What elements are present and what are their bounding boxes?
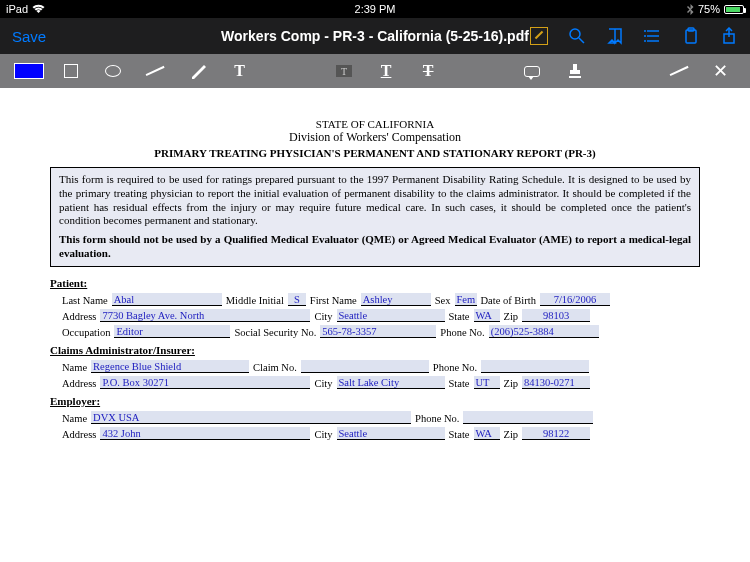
field-occupation[interactable]: Editor	[114, 325, 230, 338]
highlight-tool[interactable]: T	[324, 59, 364, 83]
label-phone: Phone No.	[433, 362, 477, 373]
section-patient: Patient:	[50, 277, 700, 289]
annotation-toolbar: T T T T ✕	[0, 54, 750, 88]
text-tool[interactable]: T	[220, 59, 260, 83]
device-label: iPad	[6, 3, 28, 15]
label-city: City	[314, 429, 332, 440]
stamp-icon	[568, 63, 582, 79]
svg-line-1	[579, 38, 584, 43]
field-sex[interactable]: Fem	[455, 293, 477, 306]
edit-icon[interactable]	[530, 27, 548, 45]
label-phone: Phone No.	[415, 413, 459, 424]
label-address: Address	[62, 429, 96, 440]
bluetooth-icon	[687, 4, 694, 15]
field-claims-address[interactable]: P.O. Box 30271	[100, 376, 310, 389]
clipboard-icon[interactable]	[682, 27, 700, 45]
patient-row-3: Occupation Editor Social Security No. 56…	[50, 325, 700, 338]
label-phone: Phone No.	[440, 327, 484, 338]
label-first-name: First Name	[310, 295, 357, 306]
save-button[interactable]: Save	[12, 28, 46, 45]
nav-bar: Save Workers Comp - PR-3 - California (5…	[0, 18, 750, 54]
field-patient-zip[interactable]: 98103	[522, 309, 590, 322]
color-picker[interactable]	[9, 59, 49, 83]
freehand-icon	[669, 66, 688, 76]
svg-rect-8	[686, 30, 696, 43]
label-sex: Sex	[435, 295, 451, 306]
strike-tool[interactable]: T	[408, 59, 448, 83]
info-warning: This form should not be used by a Qualif…	[59, 233, 691, 261]
claims-row-2: Address P.O. Box 30271 City Salt Lake Ci…	[50, 376, 700, 389]
line-icon	[146, 66, 165, 76]
line-tool[interactable]	[135, 59, 175, 83]
field-mi[interactable]: S	[288, 293, 306, 306]
field-employer-zip[interactable]: 98122	[522, 427, 590, 440]
info-box: This form is required to be used for rat…	[50, 167, 700, 267]
document-viewport[interactable]: STATE OF CALIFORNIA Division of Workers'…	[0, 88, 750, 562]
field-claims-zip[interactable]: 84130-0271	[522, 376, 590, 389]
label-city: City	[314, 378, 332, 389]
division-label: Division of Workers' Compensation	[50, 130, 700, 145]
search-icon[interactable]	[568, 27, 586, 45]
square-icon	[64, 64, 78, 78]
ellipse-tool[interactable]	[93, 59, 133, 83]
underline-icon: T	[381, 62, 392, 80]
field-claims-phone[interactable]	[481, 360, 589, 373]
label-zip: Zip	[504, 311, 519, 322]
section-employer: Employer:	[50, 395, 700, 407]
document-title: Workers Comp - PR-3 - California (5-25-1…	[221, 28, 529, 44]
label-name: Name	[62, 413, 87, 424]
field-employer-name[interactable]: DVX USA	[91, 411, 411, 424]
label-state: State	[449, 378, 470, 389]
field-patient-address[interactable]: 7730 Bagley Ave. North	[100, 309, 310, 322]
text-icon: T	[234, 62, 245, 80]
doc-header: STATE OF CALIFORNIA Division of Workers'…	[50, 118, 700, 159]
patient-row-2: Address 7730 Bagley Ave. North City Seat…	[50, 309, 700, 322]
label-state: State	[449, 429, 470, 440]
ellipse-icon	[105, 65, 121, 77]
label-state: State	[449, 311, 470, 322]
field-last-name[interactable]: Abal	[112, 293, 222, 306]
color-swatch	[14, 63, 44, 79]
field-employer-state[interactable]: WA	[474, 427, 500, 440]
label-mi: Middle Initial	[226, 295, 284, 306]
pen-icon	[190, 63, 206, 79]
field-patient-city[interactable]: Seattle	[337, 309, 445, 322]
svg-point-0	[570, 29, 580, 39]
label-dob: Date of Birth	[481, 295, 536, 306]
field-dob[interactable]: 7/16/2006	[540, 293, 610, 306]
close-toolbar[interactable]: ✕	[701, 59, 741, 83]
label-claim-no: Claim No.	[253, 362, 297, 373]
patient-row-1: Last Name Abal Middle Initial S First Na…	[50, 293, 700, 306]
outline-icon[interactable]	[644, 27, 662, 45]
stamp-tool[interactable]	[555, 59, 595, 83]
field-patient-state[interactable]: WA	[474, 309, 500, 322]
report-title: PRIMARY TREATING PHYSICIAN'S PERMANENT A…	[50, 147, 700, 159]
field-employer-city[interactable]: Seattle	[337, 427, 445, 440]
claims-row-1: Name Regence Blue Shield Claim No. Phone…	[50, 360, 700, 373]
note-tool[interactable]	[512, 59, 552, 83]
freehand-tool[interactable]	[659, 59, 699, 83]
label-last-name: Last Name	[62, 295, 108, 306]
bookmark-icon[interactable]	[606, 27, 624, 45]
pen-tool[interactable]	[178, 59, 218, 83]
field-claim-no[interactable]	[301, 360, 429, 373]
field-ssn[interactable]: 565-78-3357	[320, 325, 436, 338]
battery-percent: 75%	[698, 3, 720, 15]
field-claims-state[interactable]: UT	[474, 376, 500, 389]
field-claims-name[interactable]: Regence Blue Shield	[91, 360, 249, 373]
label-city: City	[314, 311, 332, 322]
underline-tool[interactable]: T	[366, 59, 406, 83]
field-patient-phone[interactable]: (206)525-3884	[489, 325, 599, 338]
field-employer-address[interactable]: 432 John	[100, 427, 310, 440]
state-label: STATE OF CALIFORNIA	[50, 118, 700, 130]
field-claims-city[interactable]: Salt Lake City	[337, 376, 445, 389]
section-claims: Claims Administrator/Insurer:	[50, 344, 700, 356]
svg-point-5	[644, 30, 646, 32]
field-employer-phone[interactable]	[463, 411, 593, 424]
note-icon	[524, 66, 540, 77]
highlight-icon: T	[336, 65, 352, 77]
rectangle-tool[interactable]	[51, 59, 91, 83]
field-first-name[interactable]: Ashley	[361, 293, 431, 306]
share-icon[interactable]	[720, 27, 738, 45]
label-ssn: Social Security No.	[234, 327, 316, 338]
